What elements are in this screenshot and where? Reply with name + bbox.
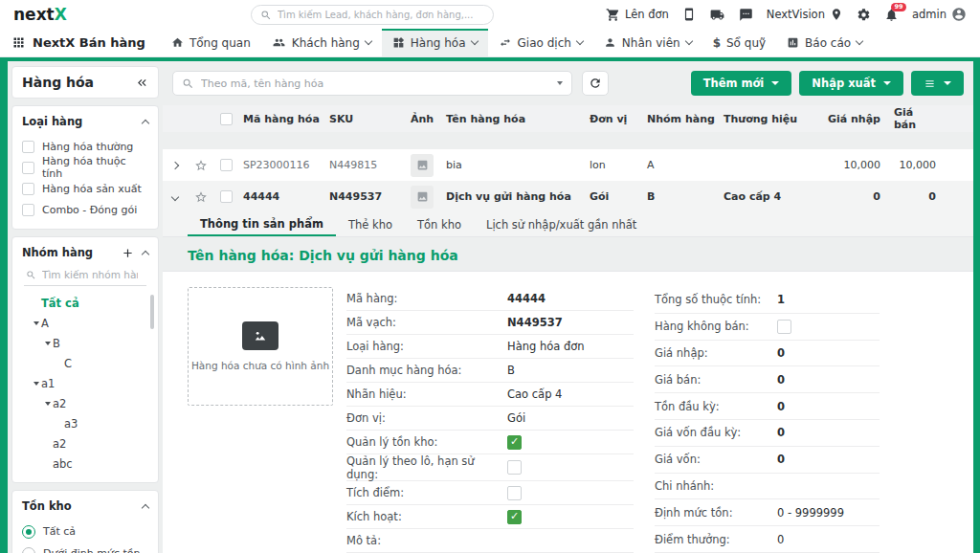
field-value: 0	[777, 346, 785, 360]
tree-item[interactable]: a1	[22, 373, 148, 393]
tree-item[interactable]: A	[22, 313, 148, 333]
checkbox[interactable]	[507, 460, 522, 475]
global-search[interactable]	[251, 5, 494, 25]
nav-hang-hoa[interactable]: Hàng hóa	[382, 29, 488, 56]
expand-row-icon[interactable]	[171, 162, 179, 169]
chevron-up-icon[interactable]	[142, 250, 149, 257]
tree-label: C	[64, 357, 72, 370]
table-row[interactable]: SP23000116 N449815 bia lon A 10,000 10,0…	[163, 149, 973, 181]
select-all-checkbox[interactable]	[220, 113, 233, 125]
main-nav: NextX Bán hàng Tổng quan Khách hàng Hàng…	[0, 29, 980, 57]
stock-option[interactable]: Dưới định mức tồn	[22, 542, 148, 553]
col-header[interactable]: Ảnh	[411, 113, 434, 125]
nav-giao-dich[interactable]: Giao dịch	[488, 29, 593, 56]
workspace-selector[interactable]: NextVision	[767, 8, 843, 21]
product-image-placeholder[interactable]: Hàng hóa chưa có hình ảnh	[188, 287, 333, 406]
caret-down-icon[interactable]	[33, 382, 39, 386]
caret-down-icon[interactable]	[45, 402, 51, 406]
checkbox[interactable]	[22, 183, 34, 195]
user-menu[interactable]: admin	[912, 7, 967, 22]
mobile-app-button[interactable]	[682, 8, 696, 21]
tab-ton-kho[interactable]: Tồn kho	[405, 212, 474, 236]
nav-khach-hang[interactable]: Khách hàng	[261, 29, 382, 56]
nav-nhan-vien[interactable]: Nhân viên	[593, 29, 702, 56]
star-icon[interactable]	[194, 159, 208, 172]
app-switcher[interactable]: NextX Bán hàng	[11, 29, 145, 56]
filter-option[interactable]: Combo - Đóng gói	[22, 199, 148, 220]
tree-item[interactable]: a2	[22, 433, 148, 453]
col-header[interactable]: Giá nhập	[828, 113, 894, 125]
product-search-input[interactable]	[201, 77, 550, 90]
checkbox[interactable]	[22, 162, 34, 174]
table-header: Mã hàng hóa SKU Ảnh Tên hàng hóa Đơn vị …	[163, 105, 973, 132]
scrollbar-thumb[interactable]	[150, 295, 154, 329]
field-label: Kích hoạt:	[346, 510, 507, 523]
field-row: Giá vốn:0	[655, 447, 880, 474]
products-icon	[392, 36, 405, 49]
group-search[interactable]	[24, 267, 146, 286]
row-checkbox[interactable]	[220, 190, 233, 203]
caret-down-icon[interactable]	[45, 342, 51, 345]
table-row-expanded[interactable]: 44444 N449537 Dịch vụ gửi hàng hóa Gói B…	[163, 181, 973, 212]
chevron-up-icon[interactable]	[142, 119, 149, 126]
col-header[interactable]: Tên hàng hóa	[446, 113, 590, 125]
notifications-button[interactable]: 99	[884, 8, 899, 22]
tree-label: A	[41, 317, 49, 330]
radio-selected[interactable]	[22, 525, 35, 539]
chevron-up-icon[interactable]	[142, 503, 149, 511]
filter-option[interactable]: Hàng hóa sản xuất	[22, 178, 148, 199]
col-header[interactable]: Đơn vị	[590, 113, 647, 125]
caret-down-icon[interactable]	[33, 321, 39, 325]
add-new-button[interactable]: Thêm mới	[691, 71, 792, 96]
settings-button[interactable]	[857, 8, 871, 22]
collapse-row-icon[interactable]	[171, 193, 179, 201]
nav-so-quy[interactable]: $ Sổ quỹ	[702, 29, 776, 56]
collapse-sidebar-icon[interactable]	[136, 77, 148, 88]
col-header[interactable]: Mã hàng hóa	[243, 113, 329, 125]
checkbox[interactable]	[507, 435, 522, 450]
nav-bao-cao[interactable]: Báo cáo	[776, 29, 873, 56]
checkbox[interactable]	[777, 320, 791, 334]
checkbox[interactable]	[507, 510, 522, 524]
tree-item[interactable]: Tất cả	[22, 293, 148, 313]
chat-button[interactable]	[739, 8, 753, 22]
logo[interactable]: nextX	[13, 5, 67, 24]
filter-option[interactable]: Hàng hóa thường	[22, 136, 148, 157]
tree-item[interactable]: B	[22, 333, 148, 353]
nav-label: Tổng quan	[189, 36, 251, 50]
tree-item[interactable]: abc	[22, 453, 148, 474]
nav-tong-quan[interactable]: Tổng quan	[161, 29, 261, 56]
shipping-button[interactable]	[709, 8, 725, 22]
tab-lich-su[interactable]: Lịch sử nhập/xuất gần nhất	[474, 212, 649, 236]
tree-item[interactable]: C	[22, 353, 148, 373]
product-search[interactable]	[172, 71, 572, 96]
global-search-input[interactable]	[278, 10, 484, 20]
create-order-button[interactable]: Lên đơn	[606, 8, 669, 22]
cell-purchase-price: 0	[873, 190, 894, 203]
tree-item[interactable]: a3	[22, 413, 148, 433]
radio[interactable]	[22, 547, 35, 553]
field-label: Giá vốn đầu kỳ:	[655, 426, 777, 439]
filter-option[interactable]: Hàng hóa thuộc tính	[22, 157, 148, 178]
tree-item[interactable]: a2	[22, 393, 148, 413]
caret-down-icon[interactable]	[557, 81, 563, 85]
import-export-button[interactable]: Nhập xuất	[799, 71, 903, 96]
list-options-button[interactable]	[911, 71, 964, 96]
col-header[interactable]: Thương hiệu	[724, 113, 810, 125]
col-header[interactable]: SKU	[329, 113, 398, 125]
tab-thong-tin-san-pham[interactable]: Thông tin sản phẩm	[188, 212, 336, 236]
refresh-button[interactable]	[582, 71, 609, 96]
col-header[interactable]: Giá bán	[894, 106, 973, 131]
plus-icon[interactable]	[122, 248, 133, 258]
row-checkbox[interactable]	[220, 159, 233, 171]
tree-label: a2	[53, 397, 66, 410]
col-header[interactable]: Nhóm hàng	[647, 113, 724, 125]
checkbox[interactable]	[22, 141, 34, 153]
tab-the-kho[interactable]: Thẻ kho	[336, 212, 405, 236]
group-search-input[interactable]	[42, 269, 138, 280]
checkbox[interactable]	[507, 486, 522, 500]
checkbox[interactable]	[22, 204, 34, 216]
field-row: Nhãn hiệu:Cao cấp 4	[346, 383, 634, 407]
star-icon[interactable]	[194, 190, 208, 204]
stock-option[interactable]: Tất cả	[22, 520, 148, 542]
